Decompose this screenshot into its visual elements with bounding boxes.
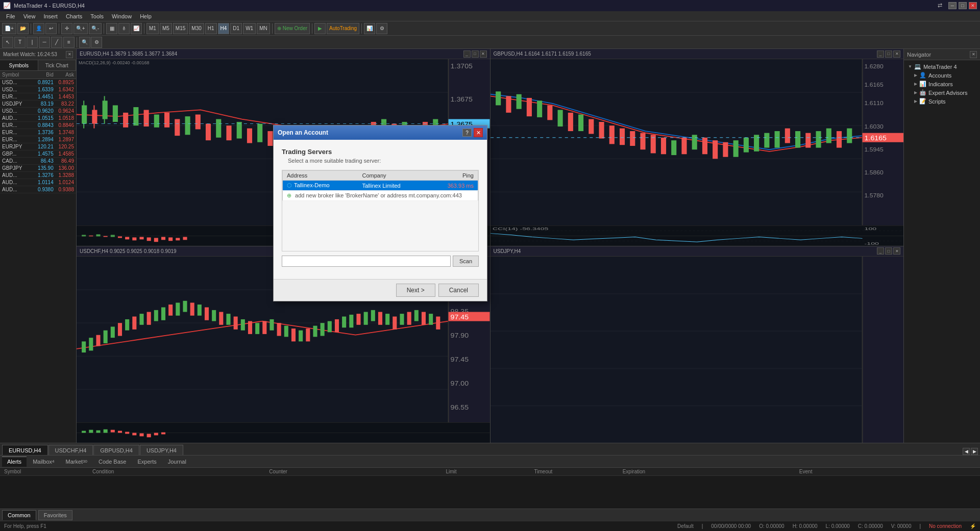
chart-tab-eurusd[interactable]: EURUSD,H4	[2, 445, 48, 455]
chart-tab-gbpusd[interactable]: GBPUSD,H4	[93, 445, 139, 455]
menu-file[interactable]: File	[2, 11, 19, 21]
mw-row-0[interactable]: USD... 0.8921 0.8925	[0, 79, 76, 86]
bar-chart-button[interactable]: ▦	[106, 23, 117, 34]
indicators-button[interactable]: 📊	[364, 23, 375, 34]
market-watch-close[interactable]: ✕	[66, 51, 73, 58]
crosshair-button[interactable]: ✛	[61, 23, 72, 34]
chart-usdjpy-maximize[interactable]: □	[885, 247, 892, 255]
open-button[interactable]: 📂	[17, 23, 29, 34]
term-tab-mailbox[interactable]: Mailbox4	[28, 457, 59, 467]
navigator-close[interactable]: ✕	[970, 51, 977, 58]
chart-tab-usdjpy[interactable]: USDJPY,H4	[140, 445, 183, 455]
chart-eurusd-maximize[interactable]: □	[472, 50, 479, 58]
chart-eurusd-close[interactable]: ✕	[480, 50, 487, 58]
symbols-tab[interactable]: Symbols	[0, 60, 38, 70]
chart-eurusd-minimize[interactable]: _	[463, 50, 471, 58]
mw-row-10[interactable]: GBP... 1.4575 1.4585	[0, 150, 76, 158]
zoom-out-button[interactable]: 🔍-	[89, 23, 102, 34]
svg-rect-203	[111, 430, 115, 433]
mw-row-6[interactable]: EUR... 0.8843 0.8846	[0, 122, 76, 129]
menu-help[interactable]: Help	[136, 11, 156, 21]
period-d1[interactable]: D1	[230, 23, 242, 34]
server-row-tallinex[interactable]: ⬡Tallinex-Demo Tallinex Limited 363.93 m…	[283, 181, 478, 191]
menu-insert[interactable]: Insert	[39, 11, 62, 21]
menu-tools[interactable]: Tools	[86, 11, 108, 21]
menu-view[interactable]: View	[19, 11, 40, 21]
settings-button[interactable]: ⚙	[376, 23, 387, 34]
period-m5[interactable]: M5	[160, 23, 172, 34]
tick-chart-tab[interactable]: Tick Chart	[38, 60, 77, 70]
menu-charts[interactable]: Charts	[62, 11, 86, 21]
nav-metatrader4[interactable]: ▼ 💻 MetaTrader 4	[904, 62, 980, 71]
term-tab-codebase[interactable]: Code Base	[93, 457, 131, 467]
next-button[interactable]: Next >	[396, 284, 435, 297]
chart-tab-usdchf[interactable]: USDCHF,H4	[48, 445, 93, 455]
period-w1[interactable]: W1	[243, 23, 256, 34]
mw-row-5[interactable]: AUD... 1.0515 1.0518	[0, 115, 76, 122]
nav-scripts[interactable]: ▶ 📝 Scripts	[904, 97, 980, 106]
mw-row-13[interactable]: AUD... 1.3276 1.3288	[0, 172, 76, 179]
svg-text:1.6280: 1.6280	[864, 64, 883, 69]
svg-rect-145	[147, 312, 151, 324]
mw-row-12[interactable]: GBPJPY 135.90 136.00	[0, 165, 76, 172]
undo-button[interactable]: ↩	[45, 23, 57, 34]
chart-gbpusd-minimize[interactable]: _	[877, 50, 884, 58]
chart-usdjpy-body[interactable]	[491, 257, 904, 443]
term-tab-journal[interactable]: Journal	[163, 457, 191, 467]
chart-usdjpy-close[interactable]: ✕	[893, 247, 900, 255]
minimize-button[interactable]: ─	[948, 2, 957, 9]
scan-button[interactable]: Scan	[453, 256, 479, 267]
new-chart-button[interactable]: 📄+	[2, 23, 16, 34]
candle-button[interactable]: 🕯	[118, 23, 130, 34]
dialog-help-button[interactable]: ?	[462, 129, 472, 137]
server-address-input[interactable]	[282, 256, 451, 267]
profiles-button[interactable]: 👤	[33, 23, 44, 34]
new-order-button[interactable]: ⊕ New Order	[275, 23, 310, 34]
term-tab-market[interactable]: Market30	[60, 457, 92, 467]
menu-window[interactable]: Window	[108, 11, 136, 21]
tab-common[interactable]: Common	[2, 510, 36, 520]
autotrading-button[interactable]: AutoTrading	[327, 23, 359, 34]
period-m30[interactable]: M30	[189, 23, 204, 34]
chart-gbpusd-close[interactable]: ✕	[893, 50, 900, 58]
period-h1[interactable]: H1	[205, 23, 217, 34]
term-tab-alerts[interactable]: Alerts	[2, 457, 27, 467]
nav-indicators[interactable]: ▶ 📊 Indicators	[904, 80, 980, 88]
cancel-button[interactable]: Cancel	[438, 284, 479, 297]
period-mn[interactable]: MN	[257, 23, 270, 34]
mw-row-8[interactable]: EUR... 1.2894 1.2897	[0, 136, 76, 143]
tab-favorites[interactable]: Favorites	[38, 510, 72, 520]
mw-row-1[interactable]: USD... 1.6339 1.6342	[0, 86, 76, 93]
chart-tabs-prev[interactable]: ◀	[963, 448, 970, 455]
text-button[interactable]: T	[14, 37, 26, 48]
period-m1[interactable]: M1	[146, 23, 159, 34]
horizontal-line-button[interactable]: ─	[39, 37, 50, 48]
mw-row-11[interactable]: CAD... 86.43 86.49	[0, 158, 76, 165]
fib-button[interactable]: ≡	[63, 37, 75, 48]
term-tab-experts[interactable]: Experts	[132, 457, 161, 467]
arrow-button[interactable]: ↖	[2, 37, 13, 48]
dialog-close-button[interactable]: ✕	[474, 128, 483, 137]
mw-row-15[interactable]: AUD... 0.9380 0.9388	[0, 186, 76, 193]
mw-row-3[interactable]: USDJPY 83.19 83.22	[0, 100, 76, 108]
period-m15[interactable]: M15	[173, 23, 188, 34]
mw-row-2[interactable]: EUR... 1.4451 1.4453	[0, 93, 76, 100]
vertical-line-button[interactable]: |	[27, 37, 38, 48]
zoom-in-button[interactable]: 🔍+	[74, 23, 88, 34]
mw-row-9[interactable]: EURJPY 120.21 120.25	[0, 143, 76, 150]
server-row-add[interactable]: ⊕ add new broker like 'BrokerName' or ad…	[283, 191, 478, 201]
line-chart-button[interactable]: 📈	[131, 23, 142, 34]
trend-line-button[interactable]: ╱	[51, 37, 62, 48]
period-h4[interactable]: H4	[218, 23, 230, 34]
mw-row-7[interactable]: EUR... 1.3736 1.3748	[0, 129, 76, 136]
chart-usdjpy-minimize[interactable]: _	[877, 247, 884, 255]
nav-accounts[interactable]: ▶ 👤 Accounts	[904, 71, 980, 80]
close-button[interactable]: ✕	[969, 2, 977, 9]
chart-gbpusd-maximize[interactable]: □	[885, 50, 892, 58]
mw-row-14[interactable]: AUD... 1.0114 1.0124	[0, 179, 76, 186]
restore-button[interactable]: □	[959, 2, 967, 9]
nav-expert-advisors[interactable]: ▶ 🤖 Expert Advisors	[904, 88, 980, 97]
chart-tabs-next[interactable]: ▶	[971, 448, 978, 455]
chart-gbpusd-body[interactable]: 1.6280 1.6165 1.6110 1.6030 1.5945 1.586…	[491, 59, 904, 225]
mw-row-4[interactable]: USD... 0.9620 0.9624	[0, 108, 76, 115]
